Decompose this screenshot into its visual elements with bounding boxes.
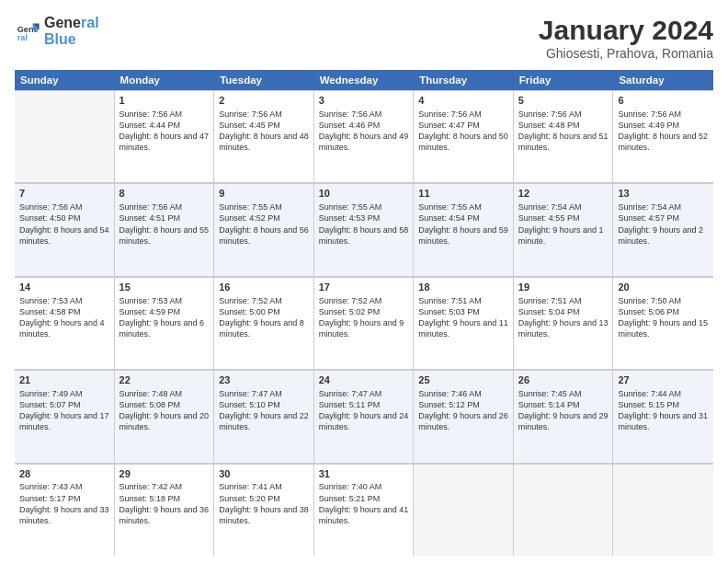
- day-number: 14: [19, 281, 109, 294]
- day-number: 30: [219, 467, 309, 481]
- calendar-cell: 9Sunrise: 7:55 AMSunset: 4:52 PMDaylight…: [214, 183, 314, 275]
- day-number: 21: [19, 373, 109, 387]
- day-number: 17: [319, 281, 409, 294]
- calendar-cell: 30Sunrise: 7:41 AMSunset: 5:20 PMDayligh…: [214, 464, 314, 556]
- day-number: 18: [418, 281, 508, 294]
- day-number: 1: [119, 94, 210, 108]
- weekday-header-friday: Friday: [514, 70, 614, 90]
- calendar-cell: 6Sunrise: 7:56 AMSunset: 4:49 PMDaylight…: [613, 90, 713, 182]
- calendar-cell: 7Sunrise: 7:56 AMSunset: 4:50 PMDaylight…: [15, 183, 115, 275]
- svg-text:ral: ral: [17, 32, 28, 41]
- day-info: Sunrise: 7:43 AMSunset: 5:17 PMDaylight:…: [19, 482, 109, 524]
- calendar-cell: 19Sunrise: 7:51 AMSunset: 5:04 PMDayligh…: [514, 277, 614, 369]
- weekday-header-sunday: Sunday: [15, 70, 115, 90]
- day-info: Sunrise: 7:56 AMSunset: 4:45 PMDaylight:…: [219, 109, 309, 152]
- calendar-cell: 28Sunrise: 7:43 AMSunset: 5:17 PMDayligh…: [15, 464, 115, 556]
- calendar-cell: 12Sunrise: 7:54 AMSunset: 4:55 PMDayligh…: [514, 183, 614, 275]
- day-number: 22: [119, 373, 210, 387]
- calendar-cell: 16Sunrise: 7:52 AMSunset: 5:00 PMDayligh…: [214, 277, 314, 369]
- calendar-week-row: 1Sunrise: 7:56 AMSunset: 4:44 PMDaylight…: [15, 90, 713, 183]
- calendar-cell: 18Sunrise: 7:51 AMSunset: 5:03 PMDayligh…: [414, 277, 514, 369]
- calendar-cell: 13Sunrise: 7:54 AMSunset: 4:57 PMDayligh…: [613, 183, 713, 275]
- day-info: Sunrise: 7:56 AMSunset: 4:47 PMDaylight:…: [418, 109, 508, 152]
- calendar: SundayMondayTuesdayWednesdayThursdayFrid…: [15, 70, 713, 556]
- day-info: Sunrise: 7:46 AMSunset: 5:12 PMDaylight:…: [418, 389, 508, 431]
- calendar-cell: 26Sunrise: 7:45 AMSunset: 5:14 PMDayligh…: [514, 370, 614, 462]
- day-info: Sunrise: 7:56 AMSunset: 4:46 PMDaylight:…: [319, 109, 409, 152]
- calendar-cell: 20Sunrise: 7:50 AMSunset: 5:06 PMDayligh…: [613, 277, 713, 369]
- calendar-cell: 11Sunrise: 7:55 AMSunset: 4:54 PMDayligh…: [414, 183, 514, 275]
- weekday-header-tuesday: Tuesday: [214, 70, 314, 90]
- calendar-cell: 31Sunrise: 7:40 AMSunset: 5:21 PMDayligh…: [314, 464, 415, 556]
- calendar-week-row: 7Sunrise: 7:56 AMSunset: 4:50 PMDaylight…: [15, 183, 713, 276]
- day-info: Sunrise: 7:53 AMSunset: 4:59 PMDaylight:…: [119, 296, 205, 339]
- day-number: 6: [618, 94, 709, 108]
- calendar-week-row: 28Sunrise: 7:43 AMSunset: 5:17 PMDayligh…: [15, 464, 713, 556]
- calendar-cell: 10Sunrise: 7:55 AMSunset: 4:53 PMDayligh…: [314, 183, 415, 275]
- calendar-cell: [613, 464, 713, 556]
- calendar-body: 1Sunrise: 7:56 AMSunset: 4:44 PMDaylight…: [15, 90, 713, 556]
- day-number: 23: [219, 373, 309, 387]
- day-info: Sunrise: 7:40 AMSunset: 5:21 PMDaylight:…: [319, 482, 409, 524]
- day-number: 28: [19, 467, 109, 481]
- day-number: 8: [119, 187, 210, 201]
- day-number: 12: [518, 187, 609, 201]
- calendar-cell: [514, 464, 614, 556]
- header: Gene ral General Blue January 2024 Ghios…: [15, 15, 713, 61]
- calendar-cell: [15, 90, 115, 182]
- calendar-cell: 24Sunrise: 7:47 AMSunset: 5:11 PMDayligh…: [314, 370, 415, 462]
- day-number: 7: [19, 187, 109, 201]
- day-info: Sunrise: 7:56 AMSunset: 4:44 PMDaylight:…: [119, 109, 210, 152]
- calendar-cell: 21Sunrise: 7:49 AMSunset: 5:07 PMDayligh…: [15, 370, 115, 462]
- day-info: Sunrise: 7:52 AMSunset: 5:02 PMDaylight:…: [319, 296, 404, 339]
- day-info: Sunrise: 7:56 AMSunset: 4:48 PMDaylight:…: [518, 109, 609, 152]
- day-number: 5: [518, 94, 609, 108]
- day-number: 9: [219, 187, 309, 201]
- calendar-subtitle: Ghiosesti, Prahova, Romania: [539, 46, 713, 61]
- calendar-cell: 17Sunrise: 7:52 AMSunset: 5:02 PMDayligh…: [314, 277, 415, 369]
- weekday-header-monday: Monday: [115, 70, 215, 90]
- day-number: 16: [219, 281, 309, 294]
- day-info: Sunrise: 7:47 AMSunset: 5:10 PMDaylight:…: [219, 389, 309, 431]
- day-info: Sunrise: 7:55 AMSunset: 4:53 PMDaylight:…: [319, 202, 409, 245]
- calendar-cell: 25Sunrise: 7:46 AMSunset: 5:12 PMDayligh…: [414, 370, 514, 462]
- day-info: Sunrise: 7:56 AMSunset: 4:50 PMDaylight:…: [19, 202, 109, 245]
- day-info: Sunrise: 7:44 AMSunset: 5:15 PMDaylight:…: [618, 389, 708, 431]
- weekday-header-thursday: Thursday: [414, 70, 514, 90]
- day-info: Sunrise: 7:56 AMSunset: 4:51 PMDaylight:…: [119, 202, 210, 245]
- day-number: 3: [319, 94, 409, 108]
- day-info: Sunrise: 7:56 AMSunset: 4:49 PMDaylight:…: [618, 109, 708, 152]
- weekday-header-saturday: Saturday: [613, 70, 713, 90]
- calendar-cell: 23Sunrise: 7:47 AMSunset: 5:10 PMDayligh…: [214, 370, 314, 462]
- day-number: 19: [518, 281, 609, 294]
- day-info: Sunrise: 7:51 AMSunset: 5:04 PMDaylight:…: [518, 296, 609, 339]
- logo: Gene ral General Blue: [15, 15, 99, 47]
- calendar-cell: 5Sunrise: 7:56 AMSunset: 4:48 PMDaylight…: [514, 90, 614, 182]
- calendar-cell: 8Sunrise: 7:56 AMSunset: 4:51 PMDaylight…: [115, 183, 215, 275]
- day-number: 10: [319, 187, 409, 201]
- day-number: 24: [319, 373, 409, 387]
- calendar-cell: 22Sunrise: 7:48 AMSunset: 5:08 PMDayligh…: [115, 370, 215, 462]
- day-number: 26: [518, 373, 609, 387]
- day-number: 25: [418, 373, 508, 387]
- calendar-cell: 2Sunrise: 7:56 AMSunset: 4:45 PMDaylight…: [214, 90, 314, 182]
- day-info: Sunrise: 7:48 AMSunset: 5:08 PMDaylight:…: [119, 389, 210, 431]
- calendar-cell: [414, 464, 514, 556]
- calendar-cell: 27Sunrise: 7:44 AMSunset: 5:15 PMDayligh…: [613, 370, 713, 462]
- day-info: Sunrise: 7:54 AMSunset: 4:57 PMDaylight:…: [618, 202, 703, 245]
- calendar-week-row: 14Sunrise: 7:53 AMSunset: 4:58 PMDayligh…: [15, 277, 713, 370]
- day-number: 13: [618, 187, 709, 201]
- day-info: Sunrise: 7:41 AMSunset: 5:20 PMDaylight:…: [219, 482, 309, 524]
- day-info: Sunrise: 7:42 AMSunset: 5:18 PMDaylight:…: [119, 482, 210, 524]
- day-number: 27: [618, 373, 709, 387]
- calendar-week-row: 21Sunrise: 7:49 AMSunset: 5:07 PMDayligh…: [15, 370, 713, 463]
- day-info: Sunrise: 7:53 AMSunset: 4:58 PMDaylight:…: [19, 296, 105, 339]
- calendar-cell: 4Sunrise: 7:56 AMSunset: 4:47 PMDaylight…: [414, 90, 514, 182]
- title-block: January 2024 Ghiosesti, Prahova, Romania: [539, 15, 713, 61]
- weekday-header-wednesday: Wednesday: [314, 70, 415, 90]
- day-number: 20: [618, 281, 709, 294]
- logo-icon: Gene ral: [15, 18, 40, 44]
- day-info: Sunrise: 7:47 AMSunset: 5:11 PMDaylight:…: [319, 389, 409, 431]
- day-number: 11: [418, 187, 508, 201]
- day-info: Sunrise: 7:55 AMSunset: 4:54 PMDaylight:…: [418, 202, 508, 245]
